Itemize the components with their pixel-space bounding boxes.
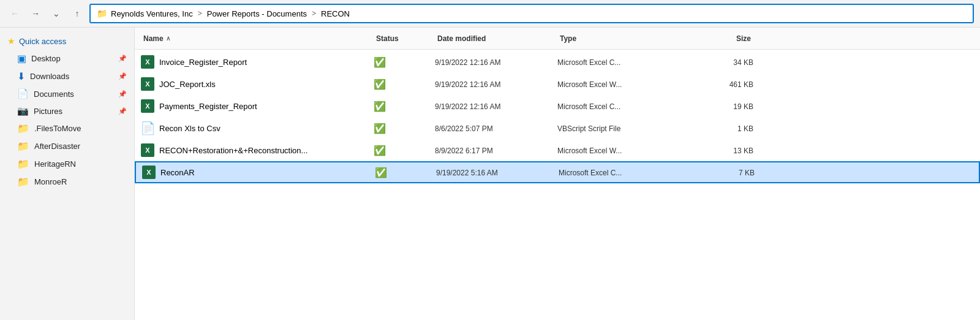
file-type-cell: Microsoft Excel W... (557, 146, 692, 155)
address-bar[interactable]: 📁 Reynolds Ventures, Inc > Power Reports… (89, 4, 974, 23)
pin-icon: 📌 (118, 107, 127, 115)
file-size-cell: 19 KB (692, 102, 753, 111)
file-size-cell: 1 KB (692, 124, 753, 133)
excel-icon: X (142, 166, 156, 179)
file-type: Microsoft Excel C... (559, 169, 622, 177)
breadcrumb-part-1: Reynolds Ventures, Inc (111, 9, 193, 18)
file-date-cell: 8/9/2022 6:17 PM (435, 146, 557, 155)
quick-access-label: Quick access (19, 37, 66, 46)
file-name: Recon Xls to Csv (159, 124, 221, 133)
file-type-cell: Microsoft Excel C... (559, 168, 693, 177)
file-name-cell: X Payments_Register_Report (141, 99, 374, 113)
sidebar-item-label: AfterDisaster (34, 142, 80, 151)
sidebar-item-heritagern[interactable]: 📁 HeritageRN (0, 155, 134, 173)
sidebar-item-downloads[interactable]: ⬇ Downloads 📌 (0, 67, 134, 85)
breadcrumb-part-3: RECON (321, 9, 350, 18)
file-size: 34 KB (733, 58, 753, 67)
file-size-cell: 461 KB (692, 80, 753, 89)
file-size: 1 KB (737, 124, 753, 133)
sidebar-item-filestomode[interactable]: 📁 .FilesToMove (0, 120, 134, 137)
file-name: JOC_Report.xls (159, 80, 216, 89)
sidebar-item-label: Downloads (30, 72, 69, 81)
file-row[interactable]: X JOC_Report.xls ✅ 9/19/2022 12:16 AM Mi… (135, 73, 980, 95)
file-date-cell: 9/19/2022 12:16 AM (435, 102, 557, 111)
up-button[interactable]: ↑ (69, 5, 86, 22)
folder-icon: 📁 (17, 176, 29, 188)
file-date: 9/19/2022 12:16 AM (435, 58, 500, 67)
file-type-cell: Microsoft Excel C... (557, 58, 692, 67)
file-name-cell: 📄 Recon Xls to Csv (141, 121, 374, 135)
file-date-cell: 9/19/2022 5:16 AM (436, 168, 559, 177)
sort-arrow-icon: ∧ (166, 35, 170, 42)
file-date: 8/9/2022 6:17 PM (435, 147, 493, 155)
column-date-header[interactable]: Date modified (435, 34, 557, 43)
file-type-cell: Microsoft Excel C... (557, 102, 692, 111)
column-name-header[interactable]: Name ∧ (141, 34, 374, 43)
desktop-icon: ▣ (17, 53, 26, 64)
file-type: Microsoft Excel C... (557, 58, 620, 67)
file-area: Name ∧ Status Date modified Type Size (135, 28, 980, 320)
folder-icon: 📁 (17, 140, 29, 152)
sidebar-item-afterdisaster[interactable]: 📁 AfterDisaster (0, 137, 134, 155)
file-status-cell: ✅ (375, 167, 436, 178)
excel-icon: X (141, 143, 154, 157)
file-size-cell: 7 KB (693, 168, 755, 177)
file-status-cell: ✅ (374, 101, 435, 112)
file-name-cell: X RECON+Restoration+&+Reconstruction... (141, 143, 374, 157)
file-row[interactable]: X RECON+Restoration+&+Reconstruction... … (135, 139, 980, 161)
excel-icon: X (141, 99, 154, 113)
excel-icon: X (141, 77, 154, 91)
file-status-cell: ✅ (374, 56, 435, 68)
file-size-cell: 34 KB (692, 58, 753, 67)
sidebar-item-label: .FilesToMove (34, 124, 81, 133)
sidebar-section-quick-access[interactable]: ★ Quick access (0, 32, 134, 50)
status-check-icon: ✅ (374, 145, 386, 156)
sidebar-item-pictures[interactable]: 📷 Pictures 📌 (0, 102, 134, 120)
sidebar-item-label: HeritageRN (34, 159, 76, 169)
file-row[interactable]: X Payments_Register_Report ✅ 9/19/2022 1… (135, 95, 980, 117)
file-list: X Invoice_Register_Report ✅ 9/19/2022 12… (135, 50, 980, 320)
column-type-header[interactable]: Type (557, 34, 692, 43)
file-row[interactable]: 📄 Recon Xls to Csv ✅ 8/6/2022 5:07 PM VB… (135, 117, 980, 139)
dropdown-button[interactable]: ⌄ (48, 5, 65, 22)
file-type-cell: Microsoft Excel W... (557, 80, 692, 89)
sidebar-item-label: Documents (34, 90, 74, 99)
sidebar-item-desktop[interactable]: ▣ Desktop 📌 (0, 50, 134, 67)
folder-icon: 📁 (97, 9, 107, 18)
vbs-icon: 📄 (141, 121, 154, 135)
status-check-icon: ✅ (375, 167, 387, 178)
pin-icon: 📌 (118, 55, 127, 63)
back-button[interactable]: ← (6, 5, 23, 22)
breadcrumb-sep-2: > (312, 9, 316, 18)
file-name-cell: X JOC_Report.xls (141, 77, 374, 91)
file-explorer-window: ← → ⌄ ↑ 📁 Reynolds Ventures, Inc > Power… (0, 0, 980, 320)
file-name: RECON+Restoration+&+Reconstruction... (159, 146, 307, 155)
sidebar-item-monroer[interactable]: 📁 MonroeR (0, 173, 134, 191)
sidebar-item-documents[interactable]: 📄 Documents 📌 (0, 85, 134, 102)
file-date-cell: 8/6/2022 5:07 PM (435, 124, 557, 133)
pin-icon: 📌 (118, 90, 127, 98)
pin-icon: 📌 (118, 72, 127, 80)
star-icon: ★ (7, 36, 15, 46)
column-size-header[interactable]: Size (692, 34, 753, 43)
documents-icon: 📄 (17, 88, 29, 99)
file-status-cell: ✅ (374, 123, 435, 134)
file-row[interactable]: X ReconAR ✅ 9/19/2022 5:16 AM Microsoft … (135, 161, 980, 183)
file-size-cell: 13 KB (692, 146, 753, 155)
folder-icon: 📁 (17, 158, 29, 170)
file-date: 9/19/2022 5:16 AM (436, 169, 498, 177)
file-type: Microsoft Excel W... (557, 80, 622, 89)
file-size: 461 KB (729, 80, 753, 89)
sidebar-item-label: MonroeR (34, 177, 67, 186)
status-check-icon: ✅ (374, 101, 386, 112)
file-date-cell: 9/19/2022 12:16 AM (435, 58, 557, 67)
file-name-cell: X Invoice_Register_Report (141, 55, 374, 69)
file-type: Microsoft Excel C... (557, 102, 620, 111)
forward-button[interactable]: → (27, 5, 44, 22)
breadcrumb-part-2: Power Reports - Documents (207, 9, 307, 18)
sidebar: ★ Quick access ▣ Desktop 📌 ⬇ Downloads 📌… (0, 28, 135, 320)
main-area: ★ Quick access ▣ Desktop 📌 ⬇ Downloads 📌… (0, 28, 980, 320)
status-check-icon: ✅ (374, 79, 386, 90)
file-row[interactable]: X Invoice_Register_Report ✅ 9/19/2022 12… (135, 51, 980, 73)
column-status-header[interactable]: Status (374, 34, 435, 43)
